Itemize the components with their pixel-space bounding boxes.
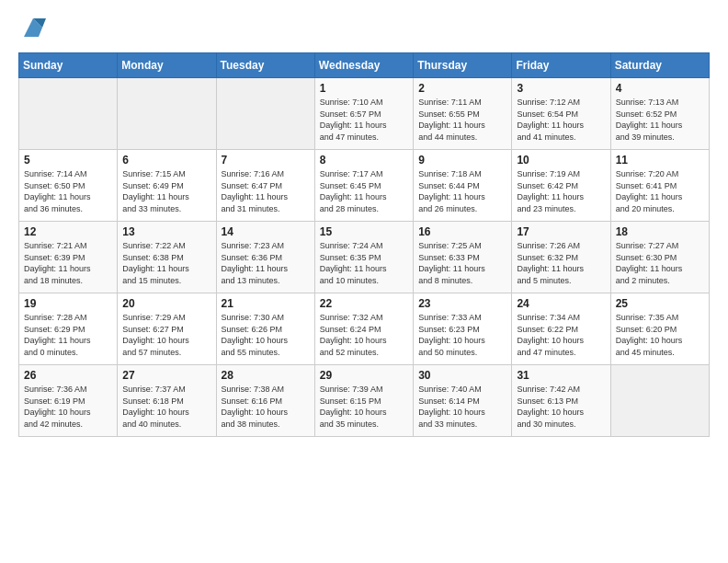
column-header-sunday: Sunday xyxy=(19,53,118,78)
day-info: Sunrise: 7:24 AM Sunset: 6:35 PM Dayligh… xyxy=(320,240,408,286)
day-info: Sunrise: 7:36 AM Sunset: 6:19 PM Dayligh… xyxy=(24,384,112,430)
day-number: 13 xyxy=(122,225,210,238)
day-number: 28 xyxy=(222,369,310,382)
page: SundayMondayTuesdayWednesdayThursdayFrid… xyxy=(0,0,728,452)
column-header-tuesday: Tuesday xyxy=(216,53,314,78)
day-number: 10 xyxy=(517,154,605,167)
calendar-cell: 27Sunrise: 7:37 AM Sunset: 6:18 PM Dayli… xyxy=(118,365,216,437)
day-info: Sunrise: 7:27 AM Sunset: 6:30 PM Dayligh… xyxy=(616,240,704,286)
day-number: 20 xyxy=(122,297,210,310)
calendar-cell xyxy=(19,78,118,150)
day-info: Sunrise: 7:33 AM Sunset: 6:23 PM Dayligh… xyxy=(418,312,506,358)
day-number: 6 xyxy=(122,154,210,167)
calendar-cell: 11Sunrise: 7:20 AM Sunset: 6:41 PM Dayli… xyxy=(610,150,709,222)
day-info: Sunrise: 7:11 AM Sunset: 6:55 PM Dayligh… xyxy=(418,97,506,143)
day-number: 4 xyxy=(616,82,704,95)
calendar-week-row: 26Sunrise: 7:36 AM Sunset: 6:19 PM Dayli… xyxy=(19,365,710,437)
calendar-cell: 15Sunrise: 7:24 AM Sunset: 6:35 PM Dayli… xyxy=(314,222,413,293)
day-number: 1 xyxy=(320,82,408,95)
calendar-cell: 23Sunrise: 7:33 AM Sunset: 6:23 PM Dayli… xyxy=(414,293,512,365)
calendar-cell: 2Sunrise: 7:11 AM Sunset: 6:55 PM Daylig… xyxy=(414,78,512,150)
day-info: Sunrise: 7:30 AM Sunset: 6:26 PM Dayligh… xyxy=(222,312,310,358)
logo-icon xyxy=(20,15,46,40)
day-info: Sunrise: 7:14 AM Sunset: 6:50 PM Dayligh… xyxy=(24,168,112,214)
day-info: Sunrise: 7:35 AM Sunset: 6:20 PM Dayligh… xyxy=(616,312,704,358)
day-number: 15 xyxy=(320,225,408,238)
calendar-cell: 26Sunrise: 7:36 AM Sunset: 6:19 PM Dayli… xyxy=(19,365,118,437)
day-info: Sunrise: 7:10 AM Sunset: 6:57 PM Dayligh… xyxy=(320,97,408,143)
calendar-cell: 20Sunrise: 7:29 AM Sunset: 6:27 PM Dayli… xyxy=(118,293,216,365)
day-info: Sunrise: 7:13 AM Sunset: 6:52 PM Dayligh… xyxy=(616,97,704,143)
calendar-header-row: SundayMondayTuesdayWednesdayThursdayFrid… xyxy=(19,53,710,78)
day-number: 21 xyxy=(222,297,310,310)
calendar-cell: 25Sunrise: 7:35 AM Sunset: 6:20 PM Dayli… xyxy=(610,293,709,365)
day-info: Sunrise: 7:28 AM Sunset: 6:29 PM Dayligh… xyxy=(24,312,112,358)
calendar-cell: 19Sunrise: 7:28 AM Sunset: 6:29 PM Dayli… xyxy=(19,293,118,365)
day-number: 2 xyxy=(418,82,506,95)
calendar-cell: 18Sunrise: 7:27 AM Sunset: 6:30 PM Dayli… xyxy=(610,222,709,293)
calendar-week-row: 5Sunrise: 7:14 AM Sunset: 6:50 PM Daylig… xyxy=(19,150,710,222)
day-number: 30 xyxy=(418,369,506,382)
day-number: 9 xyxy=(418,154,506,167)
column-header-wednesday: Wednesday xyxy=(314,53,413,78)
day-number: 14 xyxy=(222,225,310,238)
header xyxy=(18,15,710,41)
day-info: Sunrise: 7:16 AM Sunset: 6:47 PM Dayligh… xyxy=(222,168,310,214)
logo xyxy=(18,15,46,41)
day-number: 27 xyxy=(122,369,210,382)
calendar-week-row: 1Sunrise: 7:10 AM Sunset: 6:57 PM Daylig… xyxy=(19,78,710,150)
calendar-cell: 10Sunrise: 7:19 AM Sunset: 6:42 PM Dayli… xyxy=(512,150,610,222)
day-number: 17 xyxy=(517,225,605,238)
calendar-cell: 4Sunrise: 7:13 AM Sunset: 6:52 PM Daylig… xyxy=(610,78,709,150)
day-number: 25 xyxy=(616,297,704,310)
day-info: Sunrise: 7:19 AM Sunset: 6:42 PM Dayligh… xyxy=(517,168,605,214)
day-info: Sunrise: 7:26 AM Sunset: 6:32 PM Dayligh… xyxy=(517,240,605,286)
day-info: Sunrise: 7:34 AM Sunset: 6:22 PM Dayligh… xyxy=(517,312,605,358)
calendar-cell: 6Sunrise: 7:15 AM Sunset: 6:49 PM Daylig… xyxy=(118,150,216,222)
calendar-cell: 12Sunrise: 7:21 AM Sunset: 6:39 PM Dayli… xyxy=(19,222,118,293)
day-number: 24 xyxy=(517,297,605,310)
calendar-cell: 31Sunrise: 7:42 AM Sunset: 6:13 PM Dayli… xyxy=(512,365,610,437)
day-info: Sunrise: 7:38 AM Sunset: 6:16 PM Dayligh… xyxy=(222,384,310,430)
calendar-cell: 5Sunrise: 7:14 AM Sunset: 6:50 PM Daylig… xyxy=(19,150,118,222)
calendar-cell: 14Sunrise: 7:23 AM Sunset: 6:36 PM Dayli… xyxy=(216,222,314,293)
column-header-monday: Monday xyxy=(118,53,216,78)
calendar-cell xyxy=(118,78,216,150)
day-info: Sunrise: 7:37 AM Sunset: 6:18 PM Dayligh… xyxy=(122,384,210,430)
calendar-cell: 29Sunrise: 7:39 AM Sunset: 6:15 PM Dayli… xyxy=(314,365,413,437)
calendar-cell: 17Sunrise: 7:26 AM Sunset: 6:32 PM Dayli… xyxy=(512,222,610,293)
day-number: 16 xyxy=(418,225,506,238)
day-info: Sunrise: 7:23 AM Sunset: 6:36 PM Dayligh… xyxy=(222,240,310,286)
calendar-week-row: 19Sunrise: 7:28 AM Sunset: 6:29 PM Dayli… xyxy=(19,293,710,365)
calendar-cell: 1Sunrise: 7:10 AM Sunset: 6:57 PM Daylig… xyxy=(314,78,413,150)
day-info: Sunrise: 7:12 AM Sunset: 6:54 PM Dayligh… xyxy=(517,97,605,143)
calendar-table: SundayMondayTuesdayWednesdayThursdayFrid… xyxy=(18,52,710,437)
day-info: Sunrise: 7:39 AM Sunset: 6:15 PM Dayligh… xyxy=(320,384,408,430)
calendar-cell: 21Sunrise: 7:30 AM Sunset: 6:26 PM Dayli… xyxy=(216,293,314,365)
day-info: Sunrise: 7:20 AM Sunset: 6:41 PM Dayligh… xyxy=(616,168,704,214)
day-number: 7 xyxy=(222,154,310,167)
day-number: 12 xyxy=(24,225,112,238)
day-number: 29 xyxy=(320,369,408,382)
day-number: 11 xyxy=(616,154,704,167)
calendar-cell: 30Sunrise: 7:40 AM Sunset: 6:14 PM Dayli… xyxy=(414,365,512,437)
day-number: 3 xyxy=(517,82,605,95)
calendar-cell: 3Sunrise: 7:12 AM Sunset: 6:54 PM Daylig… xyxy=(512,78,610,150)
day-number: 18 xyxy=(616,225,704,238)
column-header-thursday: Thursday xyxy=(414,53,512,78)
calendar-week-row: 12Sunrise: 7:21 AM Sunset: 6:39 PM Dayli… xyxy=(19,222,710,293)
day-info: Sunrise: 7:18 AM Sunset: 6:44 PM Dayligh… xyxy=(418,168,506,214)
day-number: 22 xyxy=(320,297,408,310)
day-info: Sunrise: 7:40 AM Sunset: 6:14 PM Dayligh… xyxy=(418,384,506,430)
calendar-cell: 24Sunrise: 7:34 AM Sunset: 6:22 PM Dayli… xyxy=(512,293,610,365)
logo-text xyxy=(18,15,46,45)
day-number: 8 xyxy=(320,154,408,167)
day-info: Sunrise: 7:25 AM Sunset: 6:33 PM Dayligh… xyxy=(418,240,506,286)
column-header-saturday: Saturday xyxy=(610,53,709,78)
calendar-cell: 28Sunrise: 7:38 AM Sunset: 6:16 PM Dayli… xyxy=(216,365,314,437)
calendar-cell: 7Sunrise: 7:16 AM Sunset: 6:47 PM Daylig… xyxy=(216,150,314,222)
calendar-cell xyxy=(216,78,314,150)
calendar-cell: 9Sunrise: 7:18 AM Sunset: 6:44 PM Daylig… xyxy=(414,150,512,222)
day-info: Sunrise: 7:42 AM Sunset: 6:13 PM Dayligh… xyxy=(517,384,605,430)
day-info: Sunrise: 7:29 AM Sunset: 6:27 PM Dayligh… xyxy=(122,312,210,358)
